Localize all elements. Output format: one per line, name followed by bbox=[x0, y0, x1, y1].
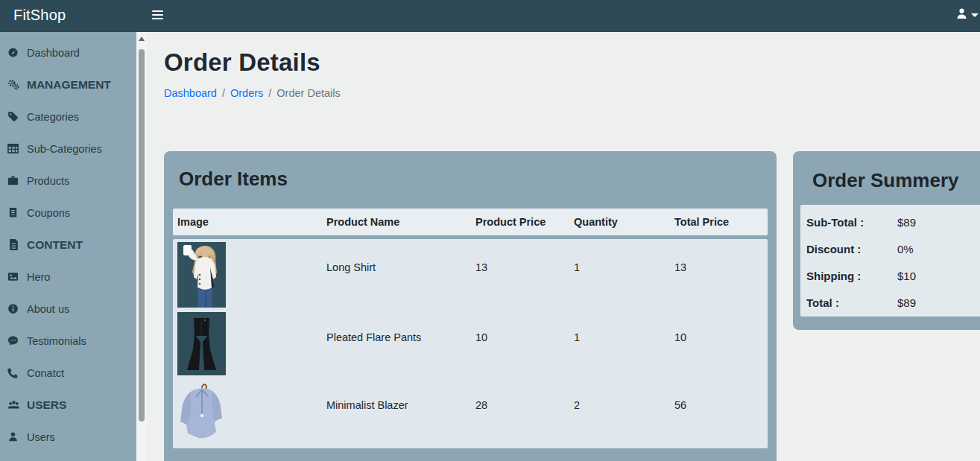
sidebar-item-label: Products bbox=[27, 175, 69, 187]
scrollbar-up-arrow[interactable] bbox=[139, 36, 145, 41]
product-name-cell: Pleated Flare Pants bbox=[326, 312, 475, 375]
breadcrumb-order-details: Order Details bbox=[276, 87, 340, 99]
tag-icon bbox=[7, 111, 24, 122]
total-price-cell: 10 bbox=[674, 312, 768, 375]
file-icon bbox=[7, 238, 24, 251]
sidebar-item-coupons[interactable]: Coupons bbox=[0, 197, 136, 229]
breadcrumb-dashboard[interactable]: Dashboard bbox=[164, 87, 217, 99]
breadcrumb-orders[interactable]: Orders bbox=[230, 87, 263, 99]
sidebar-section-users: USERS bbox=[0, 389, 136, 421]
hamburger-icon[interactable] bbox=[152, 10, 163, 21]
sidebar-item-products[interactable]: Products bbox=[0, 165, 136, 197]
sidebar-item-conatct[interactable]: Conatct bbox=[0, 357, 136, 389]
column-header-total-price: Total Price bbox=[674, 216, 768, 228]
summary-row: Sub-Total : $89 bbox=[806, 209, 980, 235]
order-items-header-row: ImageProduct NameProduct PriceQuantityTo… bbox=[173, 209, 768, 235]
order-summary-panel: Sub-Total : $89 Discount : 0% Shipping :… bbox=[800, 205, 980, 317]
sidebar-item-dashboard[interactable]: Dashboard bbox=[0, 36, 136, 69]
summary-value: 0% bbox=[897, 243, 980, 255]
ticket-icon bbox=[7, 207, 24, 218]
summary-value: $10 bbox=[897, 270, 980, 282]
order-items-title: Order Items bbox=[179, 168, 288, 191]
product-name-cell: Long Shirt bbox=[326, 242, 475, 308]
dashboard-icon bbox=[7, 47, 24, 58]
table-icon bbox=[7, 143, 24, 154]
sidebar-section-content: CONTENT bbox=[0, 229, 136, 261]
sidebar-item-label: Users bbox=[27, 431, 55, 443]
sidebar-item-label: Coupons bbox=[27, 207, 70, 219]
table-row: Minimalist Blazer 28 2 56 bbox=[177, 380, 768, 443]
info-icon bbox=[7, 303, 24, 314]
sidebar-item-about-us[interactable]: About us bbox=[0, 293, 136, 325]
sidebar-item-label: About us bbox=[27, 303, 69, 315]
product-price-cell: 10 bbox=[475, 312, 574, 375]
table-row: Pleated Flare Pants 10 1 10 bbox=[177, 312, 768, 375]
breadcrumb: Dashboard/Orders/Order Details bbox=[164, 87, 341, 99]
sidebar-item-testimonials[interactable]: Testimonials bbox=[0, 325, 136, 357]
product-price-cell: 28 bbox=[475, 380, 574, 443]
vertical-scrollbar[interactable] bbox=[136, 32, 147, 461]
brand-logo[interactable]: FitShop bbox=[13, 7, 66, 24]
column-header-quantity: Quantity bbox=[574, 216, 674, 228]
order-items-body: Long Shirt 13 1 13 Pleated Flare Pants 1… bbox=[173, 239, 768, 448]
sidebar-item-categories[interactable]: Categories bbox=[0, 101, 136, 133]
total-price-cell: 56 bbox=[674, 380, 768, 443]
sidebar-item-hero[interactable]: Hero bbox=[0, 261, 136, 293]
column-header-product-price: Product Price bbox=[475, 216, 574, 228]
sidebar-item-label: CONTENT bbox=[27, 238, 83, 252]
summary-label: Discount : bbox=[806, 243, 897, 255]
sidebar: Dashboard MANAGEMENT Categories Sub-Cate… bbox=[0, 32, 136, 461]
summary-label: Shipping : bbox=[806, 270, 897, 282]
sidebar-item-label: Dashboard bbox=[27, 47, 80, 59]
summary-row: Shipping : $10 bbox=[806, 262, 980, 289]
column-header-image: Image bbox=[177, 216, 326, 228]
minimalist-blazer-photo bbox=[177, 380, 326, 443]
image-icon bbox=[7, 271, 24, 282]
sidebar-item-sub-categories[interactable]: Sub-Categories bbox=[0, 133, 136, 165]
box-icon bbox=[7, 175, 24, 186]
main-content: Order Details Dashboard/Orders/Order Det… bbox=[147, 32, 980, 461]
quantity-cell: 1 bbox=[574, 312, 674, 375]
summary-label: Total : bbox=[806, 296, 897, 309]
order-summary-card: Order Summery Sub-Total : $89 Discount :… bbox=[793, 151, 980, 330]
chevron-down-icon bbox=[971, 13, 979, 17]
sidebar-section-management: MANAGEMENT bbox=[0, 69, 136, 101]
sidebar-item-users[interactable]: Users bbox=[0, 421, 136, 453]
total-price-cell: 13 bbox=[674, 242, 768, 308]
product-name-cell: Minimalist Blazer bbox=[326, 380, 475, 443]
breadcrumb-separator: / bbox=[222, 87, 225, 99]
scrollbar-thumb[interactable] bbox=[139, 49, 145, 422]
page-title: Order Details bbox=[164, 48, 320, 77]
user-icon bbox=[955, 7, 968, 20]
table-row: Long Shirt 13 1 13 bbox=[177, 242, 768, 308]
sidebar-item-label: Testimonials bbox=[27, 335, 86, 347]
sidebar-item-label: USERS bbox=[27, 398, 66, 412]
top-navbar: FitShop bbox=[0, 0, 980, 32]
sidebar-item-label: Categories bbox=[27, 111, 79, 123]
sidebar-nav: Dashboard MANAGEMENT Categories Sub-Cate… bbox=[0, 36, 136, 453]
user-menu[interactable] bbox=[955, 7, 979, 20]
user-icon bbox=[7, 431, 24, 442]
sidebar-item-label: Conatct bbox=[27, 367, 64, 379]
sidebar-item-label: Hero bbox=[27, 271, 50, 283]
users-icon bbox=[7, 398, 24, 411]
column-header-product-name: Product Name bbox=[326, 216, 475, 228]
breadcrumb-separator: / bbox=[268, 87, 271, 99]
sidebar-item-label: MANAGEMENT bbox=[27, 78, 111, 92]
pleated-flare-pants-photo bbox=[177, 312, 326, 375]
long-shirt-photo bbox=[177, 242, 326, 308]
sidebar-item-label: Sub-Categories bbox=[27, 143, 102, 155]
gears-icon bbox=[7, 78, 24, 91]
summary-value: $89 bbox=[897, 216, 980, 229]
summary-value: $89 bbox=[897, 296, 980, 309]
summary-row: Discount : 0% bbox=[806, 235, 980, 262]
comment-icon bbox=[7, 335, 24, 346]
phone-icon bbox=[7, 367, 24, 378]
summary-label: Sub-Total : bbox=[806, 216, 897, 229]
order-summary-title: Order Summery bbox=[812, 169, 959, 192]
summary-row: Total : $89 bbox=[806, 289, 980, 316]
quantity-cell: 2 bbox=[574, 380, 674, 443]
product-price-cell: 13 bbox=[475, 242, 574, 308]
order-items-card: Order Items ImageProduct NameProduct Pri… bbox=[164, 151, 777, 461]
quantity-cell: 1 bbox=[574, 242, 674, 308]
